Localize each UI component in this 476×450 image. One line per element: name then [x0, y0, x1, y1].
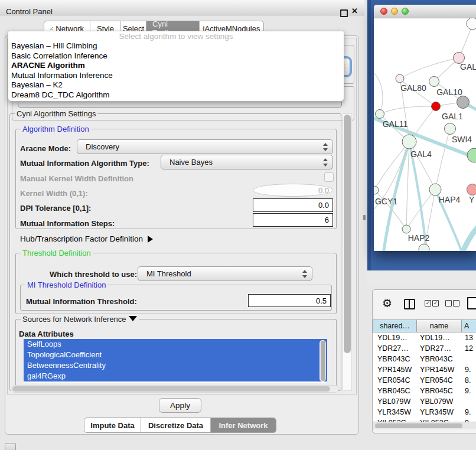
- manual-kernel-width-label: Manual Kernel Width Definition: [20, 174, 133, 183]
- split-columns-icon[interactable]: [404, 299, 415, 309]
- table-cell: YPR145W: [373, 364, 417, 375]
- network-node-hap2[interactable]: [402, 225, 410, 233]
- algorithm-popup-item[interactable]: Dream8 DC_TDC Algorithm: [8, 90, 344, 100]
- table-row[interactable]: YLR345WYLR345W9.: [373, 407, 476, 418]
- algorithm-popup-item[interactable]: ARACNE Algorithm: [8, 61, 344, 71]
- table-row[interactable]: YDR27…YDR27…12: [373, 343, 476, 354]
- close-traffic-light-icon[interactable]: [380, 8, 387, 15]
- unchecked-checkbox-icon[interactable]: [445, 300, 452, 306]
- attribute-list-item[interactable]: gal4RGexp: [24, 371, 327, 381]
- table-cell: YDL19…: [417, 332, 462, 343]
- mi-steps-label: Mutual Information Steps:: [20, 219, 115, 228]
- mi-steps-field[interactable]: 6: [253, 213, 333, 227]
- table-cell: YBR045C: [373, 386, 417, 396]
- network-node-gal10[interactable]: [429, 77, 439, 87]
- aracne-mode-value: Discovery: [86, 142, 119, 151]
- table-horizontal-scrollbar[interactable]: [373, 422, 476, 429]
- dpi-tolerance-label: DPI Tolerance [0,1]:: [20, 204, 91, 213]
- hub-transcription-factor-section[interactable]: Hub/Transcription Factor Definition: [20, 234, 153, 243]
- settings-horizontal-scrollbar-thumb[interactable]: [12, 386, 330, 392]
- table-row[interactable]: YER054CYER054C8.: [373, 375, 476, 386]
- network-node[interactable]: [457, 96, 470, 109]
- network-node-gal11[interactable]: [376, 110, 384, 119]
- table-row[interactable]: YBL079WYBL079W: [373, 396, 476, 407]
- apply-button[interactable]: Apply: [159, 398, 201, 413]
- tab-discretize-data[interactable]: Discretize Data: [141, 418, 211, 432]
- minimized-panel-icon[interactable]: [5, 443, 16, 450]
- table-rows[interactable]: YDL19…YDL19…13YDR27…YDR27…12YBR043CYBR04…: [373, 332, 476, 422]
- table-cell: YLR345W: [417, 407, 462, 418]
- algorithm-dropdown-popup: Select algorithm to view settings Bayesi…: [8, 31, 344, 102]
- node-label: GAL11: [383, 119, 408, 129]
- table-row[interactable]: YIL052CYIL052C9: [373, 418, 476, 422]
- checked-checkbox-icon[interactable]: ✓: [432, 300, 439, 306]
- document-icon[interactable]: [467, 297, 476, 309]
- table-row[interactable]: YBR043CYBR043C: [373, 354, 476, 364]
- node-label: GAL1: [442, 112, 463, 121]
- tab-impute-data[interactable]: Impute Data: [84, 418, 141, 432]
- sources-legend[interactable]: Sources for Network Inference: [21, 315, 139, 324]
- aracne-mode-combo[interactable]: Discovery: [77, 139, 333, 154]
- table-cell: 9.: [462, 364, 476, 375]
- mi-algorithm-type-combo[interactable]: Naive Bayes: [161, 155, 333, 169]
- algorithm-popup-item[interactable]: Basic Correlation Inference: [8, 51, 344, 61]
- algorithm-popup-item[interactable]: Mutual Information Inference: [8, 71, 344, 81]
- which-threshold-label: Which threshold to use:: [50, 270, 137, 279]
- close-icon[interactable]: ✕: [351, 6, 358, 15]
- mi-threshold-field[interactable]: 0.5: [248, 294, 331, 307]
- zoom-traffic-light-icon[interactable]: [402, 8, 409, 15]
- network-canvas[interactable]: GALGAL80GAL10GAL1GAL11SWI4GAL4GCY1HAP4YH…: [374, 18, 476, 251]
- network-node-gal80[interactable]: [396, 74, 404, 83]
- cyni-settings-legend: Cyni Algorithm Settings: [15, 109, 97, 118]
- tab-discretize-data-label: Discretize Data: [148, 421, 203, 430]
- column-header-shared-name[interactable]: shared…: [373, 319, 417, 332]
- network-node[interactable]: [419, 244, 429, 251]
- table-horizontal-scrollbar-thumb[interactable]: [375, 423, 462, 428]
- float-window-icon[interactable]: [340, 9, 348, 17]
- control-panel-title: Control Panel: [6, 7, 53, 16]
- algorithm-definition-legend: Algorithm Definition: [21, 125, 91, 133]
- attribute-list-item[interactable]: SelfLoops: [24, 339, 327, 350]
- table-row[interactable]: YBR045CYBR045C9.: [373, 386, 476, 396]
- network-node-gal4[interactable]: [402, 135, 416, 149]
- settings-vertical-scrollbar-thumb[interactable]: [344, 115, 351, 353]
- column-header-partial[interactable]: A: [462, 319, 476, 332]
- table-cell: YBR043C: [373, 354, 417, 364]
- network-node-gal1[interactable]: [432, 102, 441, 111]
- manual-kernel-width-checkbox[interactable]: [324, 172, 334, 182]
- column-header-name[interactable]: name: [417, 319, 462, 332]
- algorithm-popup-item[interactable]: Bayesian – K2: [8, 80, 344, 90]
- attribute-list-item[interactable]: BetweennessCentrality: [24, 360, 327, 371]
- minimize-traffic-light-icon[interactable]: [391, 8, 398, 15]
- attribute-list-item[interactable]: TopologicalCoefficient: [24, 350, 327, 360]
- gear-icon[interactable]: ⚙: [382, 296, 392, 310]
- network-node-swi4[interactable]: [445, 123, 456, 135]
- network-node-y[interactable]: [467, 184, 476, 195]
- network-node-hap4[interactable]: [429, 184, 441, 195]
- checked-checkbox-icon[interactable]: ✓: [425, 300, 431, 306]
- table-panel-titlebar: Table Panel: [367, 270, 476, 287]
- table-cell: YDR27…: [417, 343, 462, 354]
- dpi-tolerance-field[interactable]: 0.0: [253, 198, 333, 212]
- table-cell: YBL079W: [417, 396, 462, 407]
- node-label: GCY1: [375, 197, 397, 206]
- mi-algorithm-type-label: Mutual Information Algorithm Type:: [20, 159, 149, 168]
- tab-infer-network[interactable]: Infer Network: [211, 418, 276, 432]
- threshold-definition-legend: Threshold Definition: [21, 249, 93, 257]
- which-threshold-combo[interactable]: MI Threshold: [138, 266, 312, 281]
- table-row[interactable]: YPR145WYPR145W9.: [373, 364, 476, 375]
- table-row[interactable]: YDL19…YDL19…13: [373, 332, 476, 343]
- node-label: GAL: [460, 62, 476, 71]
- network-node[interactable]: [467, 148, 476, 162]
- screen: Control Panel ✕ Network Style Select Cyn…: [0, 0, 476, 450]
- unchecked-checkbox-icon[interactable]: [453, 300, 459, 306]
- network-node[interactable]: [467, 18, 476, 30]
- algorithm-popup-item[interactable]: Bayesian – Hill Climbing: [8, 41, 344, 51]
- table-cell: 9: [462, 418, 476, 422]
- attributes-scrollbar-thumb[interactable]: [321, 341, 325, 381]
- network-view-window[interactable]: GALGAL80GAL10GAL1GAL11SWI4GAL4GCY1HAP4YH…: [374, 5, 476, 251]
- network-window-titlebar[interactable]: [374, 5, 476, 18]
- data-attributes-list[interactable]: SelfLoopsTopologicalCoefficientBetweenne…: [24, 339, 327, 383]
- split-pane-divider-handle[interactable]: [363, 215, 366, 220]
- which-threshold-value: MI Threshold: [146, 269, 191, 278]
